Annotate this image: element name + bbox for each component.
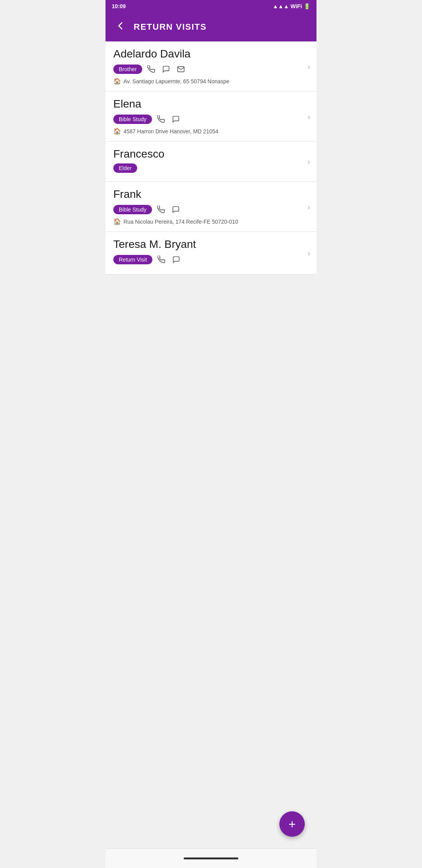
contact-tag: Brother: [113, 65, 142, 74]
phone-icon[interactable]: [145, 63, 157, 75]
chat-icon[interactable]: [170, 254, 182, 265]
chevron-right-icon: ›: [308, 62, 310, 71]
wifi-icon: WiFi: [291, 3, 302, 9]
chevron-right-icon: ›: [308, 202, 310, 211]
contact-tag: Bible Study: [113, 205, 152, 214]
contact-tags-row: Elder: [113, 163, 309, 173]
contact-item-adelardo[interactable]: Adelardo Davila Brother 🏠: [106, 41, 316, 91]
contact-tag: Return Visit: [113, 255, 152, 264]
contact-tags-row: Bible Study: [113, 113, 309, 125]
contact-item-francesco[interactable]: Francesco Elder ›: [106, 142, 316, 182]
contact-address: 🏠 4587 Harron Drive Hanover, MD 21054: [113, 127, 309, 135]
contact-name: Teresa M. Bryant: [113, 238, 309, 251]
contact-tags-row: Bible Study: [113, 204, 309, 215]
contact-list: Adelardo Davila Brother 🏠: [106, 41, 316, 274]
contact-name: Adelardo Davila: [113, 48, 309, 60]
chat-icon[interactable]: [170, 204, 182, 215]
back-button[interactable]: [113, 19, 127, 35]
page-title: RETURN VISITS: [134, 22, 207, 32]
header: RETURN VISITS: [106, 13, 316, 41]
contact-item-elena[interactable]: Elena Bible Study 🏠 4587 Harron Drive Ha…: [106, 91, 316, 142]
contact-item-teresa[interactable]: Teresa M. Bryant Return Visit ›: [106, 232, 316, 274]
contact-tags-row: Return Visit: [113, 254, 309, 265]
signal-icon: ▲▲▲: [273, 3, 289, 9]
contact-name: Francesco: [113, 148, 309, 160]
contact-address: 🏠 Av. Santiago Lapuernte, 65 50794 Nonas…: [113, 77, 309, 85]
chevron-right-icon: ›: [308, 157, 310, 166]
battery-icon: 🔋: [304, 3, 310, 9]
home-icon: 🏠: [113, 77, 121, 85]
contact-address: 🏠 Rua Nicolau Pereira, 174 Recife-FE 507…: [113, 218, 309, 225]
home-icon: 🏠: [113, 127, 121, 135]
empty-area: [106, 274, 316, 392]
chat-icon[interactable]: [160, 63, 172, 75]
phone-icon[interactable]: [155, 113, 167, 125]
phone-icon[interactable]: [156, 254, 167, 265]
contact-name: Elena: [113, 98, 309, 110]
contact-tag: Bible Study: [113, 115, 152, 124]
contact-tag: Elder: [113, 163, 137, 173]
email-icon[interactable]: [175, 63, 187, 75]
chat-icon[interactable]: [170, 113, 182, 125]
status-icons: ▲▲▲ WiFi 🔋: [273, 3, 310, 9]
chevron-right-icon: ›: [308, 249, 310, 258]
contact-item-frank[interactable]: Frank Bible Study 🏠 Rua Nicolau Pereira,…: [106, 182, 316, 232]
contact-tags-row: Brother: [113, 63, 309, 75]
time: 10:09: [112, 3, 126, 9]
status-bar: 10:09 ▲▲▲ WiFi 🔋: [106, 0, 316, 13]
chevron-right-icon: ›: [308, 112, 310, 121]
contact-name: Frank: [113, 188, 309, 201]
home-icon: 🏠: [113, 218, 121, 225]
phone-icon[interactable]: [155, 204, 167, 215]
